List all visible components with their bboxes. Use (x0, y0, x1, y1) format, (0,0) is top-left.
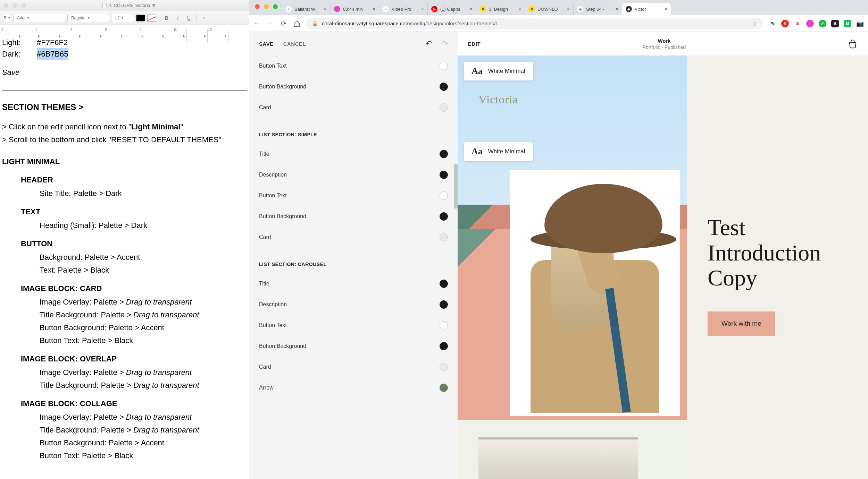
italic-button[interactable]: I (173, 14, 182, 22)
color-swatch[interactable] (440, 103, 448, 112)
color-option-row[interactable]: Arrow (259, 377, 448, 398)
color-option-row[interactable]: Title (259, 273, 448, 294)
color-swatch[interactable] (440, 342, 448, 350)
reload-button[interactable]: ⟳ (280, 20, 287, 27)
color-swatch[interactable] (440, 83, 448, 91)
close-tab-icon[interactable]: × (567, 6, 570, 12)
back-button[interactable]: ← (253, 20, 261, 27)
ruler[interactable]: 0 2 4 6 8 10 12 ▸ ▸ ▸ ▸ ▸ ▸ ▸ ▸ ▸ ▸ ▸ (0, 25, 249, 33)
align-left-button[interactable]: ≡ (199, 14, 208, 22)
browser-tab[interactable]: ● Video Pro × (379, 3, 428, 15)
color-option-row[interactable]: Description (259, 294, 448, 315)
tab-label: Ballarat W (294, 7, 321, 12)
color-option-row[interactable]: Button Background (259, 76, 448, 97)
color-option-row[interactable]: Card (259, 227, 448, 248)
bookmark-star-icon[interactable]: ☆ (752, 20, 758, 27)
color-option-row[interactable]: Button Background (259, 336, 448, 357)
minimize-window-icon[interactable] (264, 4, 269, 9)
text-heading: TEXT (21, 206, 247, 217)
home-
[interactable] (293, 20, 301, 27)
color-option-row[interactable]: Button Text (259, 185, 448, 206)
paragraph-style-select[interactable]: ¶▾ (3, 14, 11, 22)
color-swatch[interactable] (440, 300, 448, 309)
underline-button[interactable]: U (184, 14, 193, 22)
color-swatch[interactable] (440, 150, 448, 158)
color-swatch[interactable] (440, 233, 448, 241)
browser-tab[interactable]: ▶ (1) Gapps × (428, 3, 476, 15)
close-tab-icon[interactable]: × (324, 6, 327, 12)
color-swatch[interactable] (440, 321, 448, 330)
sidebar-top: SAVE CANCEL ↶ ↷ (249, 32, 458, 55)
font-style-select[interactable]: Regular▾ (67, 14, 109, 22)
cart-icon[interactable] (848, 40, 858, 48)
squarespace-sidebar: SAVE CANCEL ↶ ↷ Button Text Button Backg… (249, 32, 458, 479)
color-swatch[interactable] (440, 191, 448, 200)
close-tab-icon[interactable]: × (421, 6, 424, 12)
forward-button: → (267, 20, 274, 27)
browser-tab[interactable]: ⬙ Step 04 - × (574, 3, 622, 15)
undo-button[interactable]: ↶ (426, 39, 432, 48)
theme-badge-2-label: White Minimal (488, 148, 525, 155)
color-option-row[interactable]: Card (259, 357, 448, 377)
color-swatch[interactable] (440, 171, 448, 179)
browser-tab[interactable]: ✕ 3. Design × (476, 3, 525, 15)
color-option-row[interactable]: Card (259, 97, 448, 118)
maximize-window-icon[interactable] (273, 4, 278, 9)
omnibox[interactable]: 🔒 coral-dinosaur-w9yt.squarespace.com/co… (306, 18, 763, 29)
color-option-row[interactable]: Button Background (259, 206, 448, 227)
ext-g-icon[interactable]: G (844, 20, 851, 27)
color-option-label: Button Text (259, 193, 287, 199)
traffic-lights-inactive[interactable] (3, 3, 26, 8)
document-body[interactable]: Light:#F7F6F2 Dark:#6B7B65 Save SECTION … (0, 33, 249, 479)
site-brand[interactable]: Victoria (478, 93, 518, 106)
theme-badge-1[interactable]: Aa White Minimal (464, 62, 533, 80)
color-swatch[interactable] (440, 384, 448, 392)
color-swatch[interactable] (440, 363, 448, 371)
close-tab-icon[interactable]: × (616, 6, 618, 12)
ext-pink-icon[interactable] (806, 20, 814, 27)
close-tab-icon[interactable]: × (518, 6, 521, 12)
cta-button[interactable]: Work with me (708, 311, 775, 336)
ext-s-icon[interactable]: S (794, 20, 801, 27)
edit-button[interactable]: EDIT (468, 41, 481, 47)
bold-button[interactable]: B (162, 14, 171, 22)
close-tab-icon[interactable]: × (665, 6, 667, 12)
scrollbar-thumb[interactable] (454, 164, 458, 209)
color-option-row[interactable]: Title (259, 144, 448, 164)
cornice-photo (478, 437, 638, 479)
tab-strip: ✳ Ballarat W × 03:44 min ×● Video Pro ×▶… (249, 0, 868, 15)
font-family-select[interactable]: Arial▾ (13, 14, 65, 22)
close-tab-icon[interactable]: × (470, 6, 473, 12)
ext-k-icon[interactable]: K (781, 20, 789, 27)
color-swatch[interactable] (440, 280, 448, 288)
cancel-button[interactable]: CANCEL (283, 41, 306, 47)
ext-check-icon[interactable]: ✓ (819, 20, 826, 27)
save-note: Save (2, 67, 247, 78)
color-option-row[interactable]: Button Text (259, 315, 448, 336)
close-window-icon[interactable] (255, 4, 260, 9)
color-option-row[interactable]: Button Text (259, 55, 448, 76)
close-tab-icon[interactable]: × (373, 6, 375, 12)
browser-tab[interactable]: ✳ Ballarat W × (282, 3, 331, 15)
browser-tab[interactable]: ✕ DOWNLO × (525, 3, 574, 15)
theme-badge-2[interactable]: Aa White Minimal (464, 142, 533, 161)
favicon: ▶ (431, 6, 437, 12)
save-button[interactable]: SAVE (259, 41, 274, 47)
preview-right-section[interactable]: Test Introduction Copy Work with me (687, 55, 868, 479)
browser-tab[interactable]: 03:44 min × (331, 3, 379, 15)
sidebar-options-list[interactable]: Button Text Button Background Card LIST … (249, 55, 458, 479)
browser-tab[interactable]: ◆ Victor × (622, 3, 671, 15)
highlight-color-swatch[interactable] (147, 15, 156, 22)
text-color-swatch[interactable] (136, 15, 145, 22)
color-option-label: Arrow (259, 385, 274, 391)
color-swatch[interactable] (440, 212, 448, 221)
preview-left-section[interactable]: Aa White Minimal Victoria Aa White Minim… (458, 55, 687, 479)
color-option-row[interactable]: Description (259, 164, 448, 185)
font-size-select[interactable]: 12▾ (111, 14, 134, 22)
ext-b-icon[interactable]: B (831, 20, 839, 27)
tab-label: Step 04 - (586, 7, 613, 12)
traffic-lights[interactable] (253, 4, 282, 11)
ext-camera-icon[interactable]: 📷 (856, 20, 864, 27)
ext-eyedropper-icon[interactable]: ✎ (769, 20, 776, 27)
color-swatch[interactable] (440, 62, 448, 70)
